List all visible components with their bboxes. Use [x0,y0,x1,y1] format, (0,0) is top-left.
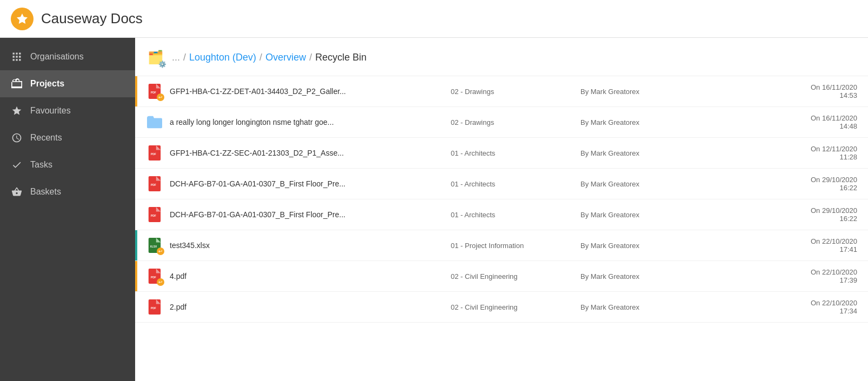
table-row[interactable]: PDF 2.pdf02 - Civil EngineeringBy Mark G… [135,292,868,323]
pdf-icon: PDF [147,176,162,191]
svg-text:PDF: PDF [151,153,156,156]
baskets-label: Baskets [30,187,61,197]
table-row[interactable]: PDF GFP1-HBA-C1-ZZ-SEC-A01-21303_D2_P1_A… [135,138,868,169]
basket-icon [11,186,23,198]
file-category: 02 - Civil Engineering [451,272,570,280]
return-badge: ↩ [157,93,164,101]
file-name: 4.pdf [170,272,440,280]
gear-badge: ⚙️ [158,61,166,68]
svg-text:PDF: PDF [151,307,156,310]
pdf-icon: PDF [147,145,162,161]
pdf-icon: PDF [147,207,162,222]
file-date: On 16/11/2020 14:48 [689,114,857,130]
clock-icon [11,132,23,144]
breadcrumb-section[interactable]: Overview [265,52,306,63]
table-row[interactable]: PDF ↩4.pdf02 - Civil EngineeringBy Mark … [135,261,868,292]
file-category: 01 - Architects [451,149,570,157]
svg-text:PDF: PDF [151,91,156,94]
breadcrumb-project[interactable]: Loughton (Dev) [189,52,256,63]
file-category: 02 - Civil Engineering [451,303,570,311]
sidebar-item-projects[interactable]: Projects [0,70,135,97]
svg-text:XLSX: XLSX [150,245,158,248]
file-author: By Mark Greatorex [580,211,678,219]
file-author: By Mark Greatorex [580,272,678,280]
folder-icon [147,115,162,130]
pdf-icon: PDF [147,299,162,315]
file-icon: PDF [146,298,163,316]
sidebar-item-favourites[interactable]: Favourites [0,97,135,124]
file-icon: PDF ↩ [146,268,163,285]
file-date: On 16/11/2020 14:53 [689,83,857,99]
table-row[interactable]: XLSX ↩test345.xlsx01 - Project Informati… [135,230,868,261]
file-date: On 12/11/2020 11:28 [689,145,857,161]
file-date: On 22/10/2020 17:34 [689,299,857,315]
file-author: By Mark Greatorex [580,149,678,157]
sidebar-item-recents[interactable]: Recents [0,124,135,151]
main-content: 🗂️ ⚙️ ... / Loughton (Dev) / Overview / … [135,38,868,381]
file-name: test345.xlsx [170,241,440,250]
breadcrumb-ellipsis[interactable]: ... [172,52,180,63]
breadcrumb-icon: 🗂️ ⚙️ [146,48,165,67]
breadcrumb: 🗂️ ⚙️ ... / Loughton (Dev) / Overview / … [135,38,868,76]
file-date: On 29/10/2020 16:22 [689,176,857,192]
grid-icon [11,51,23,63]
file-icon [146,113,163,131]
breadcrumb-current: Recycle Bin [315,52,366,63]
file-date: On 29/10/2020 16:22 [689,206,857,223]
file-category: 02 - Drawings [451,88,570,96]
file-category: 02 - Drawings [451,118,570,126]
row-bar [135,76,137,106]
organisations-label: Organisations [30,52,84,62]
file-icon: PDF [146,206,163,223]
svg-text:PDF: PDF [151,184,156,186]
svg-text:PDF: PDF [151,215,156,217]
file-name: DCH-AFG-B7-01-GA-A01-0307_B_First Floor_… [170,210,440,219]
table-row[interactable]: PDF ↩GFP1-HBA-C1-ZZ-DET-A01-34403_D2_P2_… [135,76,868,107]
file-name: a really long longer longington nsme tgh… [170,118,440,126]
file-icon: XLSX ↩ [146,237,163,254]
projects-label: Projects [30,79,64,89]
file-author: By Mark Greatorex [580,303,678,311]
file-name: DCH-AFG-B7-01-GA-A01-0307_B_First Floor_… [170,179,440,188]
file-author: By Mark Greatorex [580,242,678,250]
check-icon [11,159,23,171]
file-icon: PDF [146,175,163,192]
svg-text:PDF: PDF [151,276,156,279]
return-badge: ↩ [157,248,164,255]
recents-label: Recents [30,133,62,143]
file-category: 01 - Project Information [451,242,570,250]
return-badge: ↩ [157,278,164,286]
file-name: GFP1-HBA-C1-ZZ-DET-A01-34403_D2_P2_Galle… [170,87,440,96]
file-icon: PDF ↩ [146,83,163,100]
briefcase-icon [11,78,23,90]
star-logo-icon [16,12,29,25]
app-logo [11,8,34,30]
sidebar-item-organisations[interactable]: Organisations [0,43,135,70]
table-row[interactable]: PDF DCH-AFG-B7-01-GA-A01-0307_B_First Fl… [135,169,868,199]
row-bar [135,230,137,260]
file-author: By Mark Greatorex [580,88,678,96]
favourites-label: Favourites [30,106,71,116]
app-title: Causeway Docs [41,10,143,27]
file-category: 01 - Architects [451,211,570,219]
file-date: On 22/10/2020 17:41 [689,237,857,253]
file-date: On 22/10/2020 17:39 [689,268,857,284]
table-row[interactable]: a really long longer longington nsme tgh… [135,107,868,138]
sidebar-item-tasks[interactable]: Tasks [0,151,135,178]
file-author: By Mark Greatorex [580,118,678,126]
file-category: 01 - Architects [451,180,570,188]
file-list: PDF ↩GFP1-HBA-C1-ZZ-DET-A01-34403_D2_P2_… [135,76,868,381]
tasks-label: Tasks [30,160,52,170]
breadcrumb-text: ... / Loughton (Dev) / Overview / Recycl… [172,52,366,63]
star-icon [11,105,23,117]
sidebar: Organisations Projects Favourites Recent… [0,38,135,381]
file-icon: PDF [146,144,163,162]
table-row[interactable]: PDF DCH-AFG-B7-01-GA-A01-0307_B_First Fl… [135,199,868,230]
file-name: GFP1-HBA-C1-ZZ-SEC-A01-21303_D2_P1_Asse.… [170,149,440,157]
file-name: 2.pdf [170,303,440,311]
main-layout: Organisations Projects Favourites Recent… [0,38,868,381]
sidebar-item-baskets[interactable]: Baskets [0,178,135,205]
header: Causeway Docs [0,0,868,38]
file-author: By Mark Greatorex [580,180,678,188]
row-bar [135,261,137,291]
